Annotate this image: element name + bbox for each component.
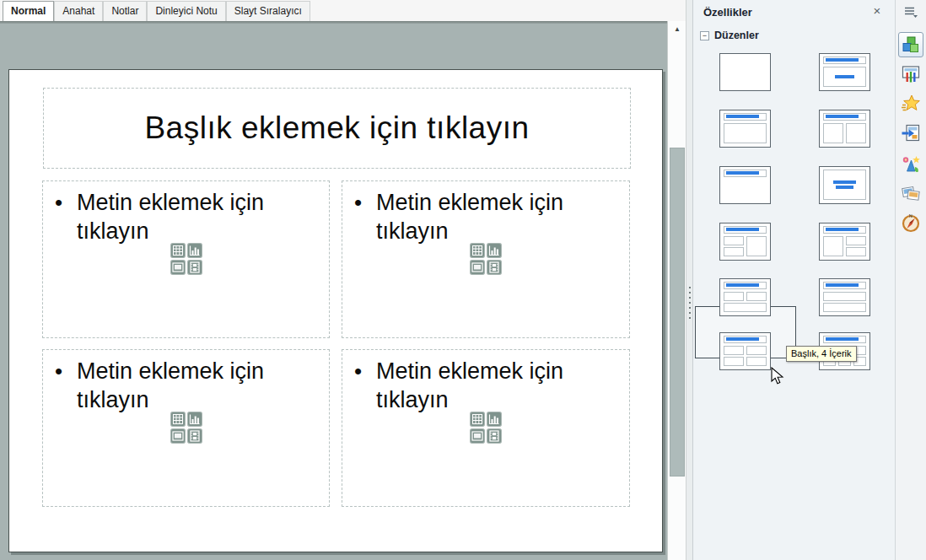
preview-box	[746, 357, 767, 366]
scrollbar-thumb[interactable]	[670, 148, 685, 477]
gallery-deck-icon[interactable]	[898, 180, 923, 206]
animation-deck-icon[interactable]	[898, 91, 923, 116]
panel-title: Özellikler	[703, 6, 752, 19]
content-placeholder-4[interactable]: •Metin eklemek için tıklayın	[342, 349, 630, 507]
properties-panel: Özellikler × − Düzenler	[692, 0, 895, 560]
view-tab-notlar[interactable]: Notlar	[103, 1, 147, 21]
preview-box	[823, 170, 866, 200]
preview-text-bar	[826, 115, 859, 119]
preview-text-bar	[826, 58, 859, 62]
layout-title-content-over-content[interactable]	[819, 278, 870, 316]
preview-box	[724, 236, 744, 245]
bullet: •	[55, 357, 77, 414]
slide-transition-deck-icon[interactable]	[898, 121, 923, 146]
preview-box	[746, 236, 767, 256]
content-placeholder-3[interactable]: •Metin eklemek için tıklayın	[42, 349, 330, 507]
preview-box	[724, 123, 767, 143]
insert-image-icon[interactable]	[470, 428, 485, 444]
preview-text-bar	[833, 180, 856, 184]
preview-box	[823, 236, 843, 256]
properties-deck-icon[interactable]	[898, 32, 923, 57]
preview-text-bar	[826, 283, 859, 288]
master-slides-deck-icon[interactable]	[898, 62, 923, 87]
layout-title-content[interactable]	[719, 110, 771, 148]
insert-table-icon[interactable]	[170, 412, 186, 427]
insert-table-icon[interactable]	[470, 243, 485, 258]
content-placeholder-text: Metin eklemek için tıklayın	[77, 357, 288, 414]
close-icon[interactable]: ×	[869, 3, 885, 19]
view-tab-dinleyici-notu[interactable]: Dinleyici Notu	[147, 1, 225, 21]
sidebar-splitter[interactable]	[686, 0, 692, 560]
impress-window: NormalAnahatNotlarDinleyici NotuSlayt Sı…	[0, 0, 926, 560]
preview-box	[724, 303, 767, 312]
preview-box	[724, 357, 744, 366]
insert-table-icon[interactable]	[470, 412, 485, 427]
insert-content-icon-group	[470, 243, 502, 275]
layout-blank[interactable]	[719, 53, 771, 91]
preview-text-bar	[826, 228, 859, 232]
preview-text-bar	[726, 228, 759, 232]
preview-text-bar	[836, 186, 853, 189]
insert-image-icon[interactable]	[170, 428, 186, 444]
layout-title-only[interactable]	[719, 166, 771, 204]
preview-text-bar	[726, 283, 759, 288]
bullet: •	[354, 188, 376, 245]
preview-text-bar	[835, 75, 855, 78]
insert-movie-icon[interactable]	[187, 260, 202, 275]
layout-centered-text[interactable]	[819, 166, 870, 204]
layout-title-2content[interactable]	[819, 110, 870, 148]
preview-box	[823, 303, 866, 312]
insert-chart-icon[interactable]	[487, 412, 502, 427]
view-tab-normal[interactable]: Normal	[3, 1, 54, 21]
insert-chart-icon[interactable]	[187, 243, 202, 258]
view-tab-slayt-s-ralay-c-[interactable]: Slayt Sıralayıcı	[226, 1, 310, 21]
insert-chart-icon[interactable]	[187, 412, 202, 427]
layout-title-4content[interactable]	[719, 332, 771, 370]
insert-content-icon-group	[170, 243, 202, 275]
slide-editor-workspace[interactable]: Başlık eklemek için tıklayın •Metin ekle…	[0, 21, 667, 560]
layouts-section-label: Düzenler	[714, 30, 759, 41]
insert-content-icon-group	[470, 412, 502, 444]
collapse-icon[interactable]: −	[700, 31, 709, 40]
layout-title-2content-content[interactable]	[719, 223, 771, 261]
insert-chart-icon[interactable]	[487, 243, 502, 258]
preview-text-bar	[826, 337, 859, 342]
layout-title-content-2content[interactable]	[819, 223, 870, 261]
view-tab-bar: NormalAnahatNotlarDinleyici NotuSlayt Sı…	[0, 0, 686, 21]
insert-table-icon[interactable]	[170, 243, 186, 258]
layout-tooltip: Başlık, 4 İçerik	[786, 346, 857, 362]
bullet: •	[55, 188, 77, 245]
preview-box	[846, 247, 866, 256]
navigator-deck-icon[interactable]: N	[898, 210, 923, 235]
preview-box	[823, 123, 843, 143]
sidebar-tab-strip: N	[895, 0, 926, 560]
content-placeholder-2[interactable]: •Metin eklemek için tıklayın	[342, 180, 630, 338]
insert-movie-icon[interactable]	[487, 428, 502, 444]
bullet: •	[354, 357, 376, 414]
svg-text:N: N	[909, 213, 913, 218]
insert-movie-icon[interactable]	[487, 260, 502, 275]
insert-content-icon-group	[170, 412, 202, 444]
preview-box	[724, 247, 744, 256]
editor-vertical-scrollbar[interactable]: ▲	[667, 21, 686, 560]
insert-movie-icon[interactable]	[187, 428, 202, 444]
insert-image-icon[interactable]	[470, 260, 485, 275]
layouts-section-header: − Düzenler	[700, 30, 759, 41]
preview-box	[724, 346, 744, 355]
layout-title-slide[interactable]	[819, 53, 870, 91]
view-tab-anahat[interactable]: Anahat	[54, 1, 103, 21]
preview-box	[846, 123, 866, 143]
panel-header: Özellikler ×	[693, 0, 895, 24]
sidebar-menu-icon[interactable]	[903, 6, 918, 18]
shapes-deck-icon[interactable]	[898, 151, 923, 176]
preview-text-bar	[726, 115, 759, 119]
preview-text-bar	[726, 337, 759, 342]
preview-box	[823, 292, 866, 301]
content-placeholder-1[interactable]: •Metin eklemek için tıklayın	[42, 180, 330, 338]
content-placeholder-text: Metin eklemek için tıklayın	[77, 188, 288, 245]
title-placeholder[interactable]: Başlık eklemek için tıklayın	[43, 88, 631, 169]
insert-image-icon[interactable]	[170, 260, 186, 275]
slide-canvas[interactable]: Başlık eklemek için tıklayın •Metin ekle…	[8, 69, 663, 552]
layout-title-2content-over-content[interactable]	[719, 278, 771, 316]
scroll-up-button[interactable]: ▲	[670, 23, 685, 35]
